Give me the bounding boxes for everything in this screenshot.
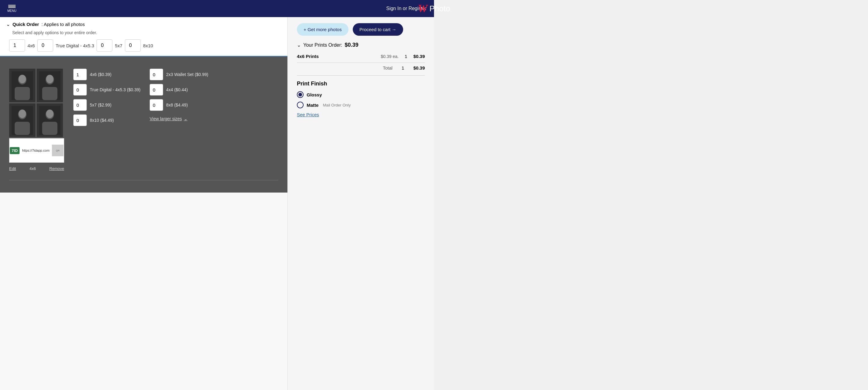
photo-thumb-3 [9,103,35,137]
photo-size-label: 4x6 [30,166,36,171]
size-col-left: 4x6 ($0.39) True Digital - 4x5.3 ($0.39)… [73,69,141,126]
photo-label: Photo [429,4,434,13]
size-row-5x7: 5x7 ($2.99) [73,99,141,111]
left-panel: ⌄ Quick Order: Applies to all photos Sel… [0,17,287,390]
glossy-radio[interactable] [297,91,304,98]
person-image-4 [39,106,60,135]
watermark-url: https://7idapp.com [22,149,50,152]
size-row-8x10: 8x10 ($4.49) [73,115,141,126]
menu-label: MENU [7,9,16,12]
size-label-4x4: 4x4 ($0.44) [166,87,212,92]
quick-order-subtitle: Select and apply options to your entire … [12,30,281,35]
quick-order-digital-label: True Digital - 4x5.3 [56,43,94,48]
view-larger-sizes[interactable]: View larger sizes ⌄ [150,116,212,121]
total-label: Total [383,65,393,70]
size-row-4x6: 4x6 ($0.39) [73,69,141,80]
print-finish-section: Print Finish Glossy Matte Mail Order Onl… [297,80,425,117]
svg-point-11 [19,109,26,118]
svg-rect-14 [42,122,57,135]
quick-order-8x10-input[interactable] [125,39,141,52]
matte-label: Matte [307,102,318,108]
size-qty-8x10[interactable] [73,115,87,126]
order-price-each: $0.39 ea. [381,54,399,59]
glossy-label: Glossy [307,92,322,97]
order-total-price: $0.39 [344,42,358,48]
photo-thumb-1 [9,69,35,102]
size-label-wallet: 2x3 Wallet Set ($0.99) [166,72,212,77]
svg-point-7 [46,75,54,83]
photo-thumb-2 [37,69,63,102]
photo-actions: Edit 4x6 Remove [9,166,64,171]
watermark-brand-logo: 7ID [10,147,20,154]
size-qty-4x6[interactable] [73,69,87,80]
matte-radio[interactable] [297,102,304,108]
finish-option-matte[interactable]: Matte Mail Order Only [297,102,425,108]
svg-rect-2 [15,87,30,100]
svg-point-3 [19,75,26,83]
photo-watermark: 7ID https://7idapp.com QR [9,138,64,163]
size-qty-wallet[interactable] [150,69,163,80]
proceed-to-cart-button[interactable]: Proceed to cart → [353,23,403,36]
chevron-down-icon: ⌄ [184,116,188,121]
order-item-name: 4x6 Prints [297,54,381,59]
finish-option-glossy[interactable]: Glossy [297,91,425,98]
quick-order-inputs: 4x6 True Digital - 4x5.3 5x7 8x10 [9,39,281,52]
svg-rect-10 [15,122,30,135]
print-finish-title: Print Finish [297,80,425,87]
menu-button[interactable]: MENU [7,5,16,12]
photo-grid-top [9,69,64,102]
size-label-digital: True Digital - 4x5.3 ($0.39) [90,87,141,92]
size-options: 4x6 ($0.39) True Digital - 4x5.3 ($0.39)… [73,69,212,126]
quick-order-title-suffix: : Applies to all photos [41,22,85,27]
size-qty-4x4[interactable] [150,84,163,96]
person-image-3 [11,106,33,135]
menu-icon-bar [8,5,16,5]
order-title-toggle[interactable]: ⌄ Your Prints Order: $0.39 [297,42,425,48]
menu-icon-bar [8,6,16,7]
walgreens-w-logo: W [418,2,428,15]
photo-grid-bottom [9,103,64,137]
quick-order-digital-input[interactable] [37,39,53,52]
order-line-total: $0.39 [413,54,425,59]
size-qty-8x8[interactable] [150,99,163,111]
size-row-8x8: 8x8 ($4.49) [150,99,212,111]
photo-preview: 7ID https://7idapp.com QR Edit 4x6 Remov… [9,69,64,171]
chevron-down-icon: ⌄ [297,42,301,48]
size-label-8x10: 8x10 ($4.49) [90,118,135,123]
order-summary: ⌄ Your Prints Order: $0.39 4x6 Prints $0… [297,42,425,76]
photo-divider [9,180,278,181]
action-buttons: + Get more photos Proceed to cart → [297,23,425,36]
order-total-line: Total 1 $0.39 [297,63,425,70]
photo-area: 7ID https://7idapp.com QR Edit 4x6 Remov… [0,57,287,193]
photo-thumb-4 [37,103,63,137]
quick-order-toggle[interactable]: ⌄ Quick Order: Applies to all photos [6,21,281,27]
size-qty-digital[interactable] [73,84,87,96]
total-qty: 1 [402,65,404,70]
get-more-photos-button[interactable]: + Get more photos [297,23,348,36]
svg-point-15 [46,109,54,118]
svg-rect-6 [42,87,57,100]
quick-order-5x7-label: 5x7 [115,43,122,48]
quick-order-5x7-input[interactable] [96,39,113,52]
chevron-down-icon: ⌄ [6,21,10,27]
quick-order-4x6-label: 4x6 [28,43,35,48]
quick-order-4x6-input[interactable] [9,39,25,52]
menu-icon-bar [8,7,16,8]
person-image-1 [11,71,33,100]
size-qty-5x7[interactable] [73,99,87,111]
order-qty: 1 [405,54,407,59]
view-larger-label: View larger sizes [150,116,182,121]
size-col-right: 2x3 Wallet Set ($0.99) 4x4 ($0.44) 8x8 (… [150,69,212,126]
site-logo: W Photo [418,2,434,15]
header: MENU W Photo Sign In or Register [0,0,434,17]
quick-order-title-text: Quick Order [12,22,39,27]
size-label-5x7: 5x7 ($2.99) [90,102,135,107]
photo-row: 7ID https://7idapp.com QR Edit 4x6 Remov… [9,69,278,171]
id-text: ID [14,148,18,153]
size-row-wallet: 2x3 Wallet Set ($0.99) [150,69,212,80]
main-container: ⌄ Quick Order: Applies to all photos Sel… [0,17,434,390]
remove-link[interactable]: Remove [50,166,64,171]
see-prices-link[interactable]: See Prices [297,112,425,117]
edit-link[interactable]: Edit [9,166,16,171]
right-panel: + Get more photos Proceed to cart → ⌄ Yo… [287,17,434,390]
